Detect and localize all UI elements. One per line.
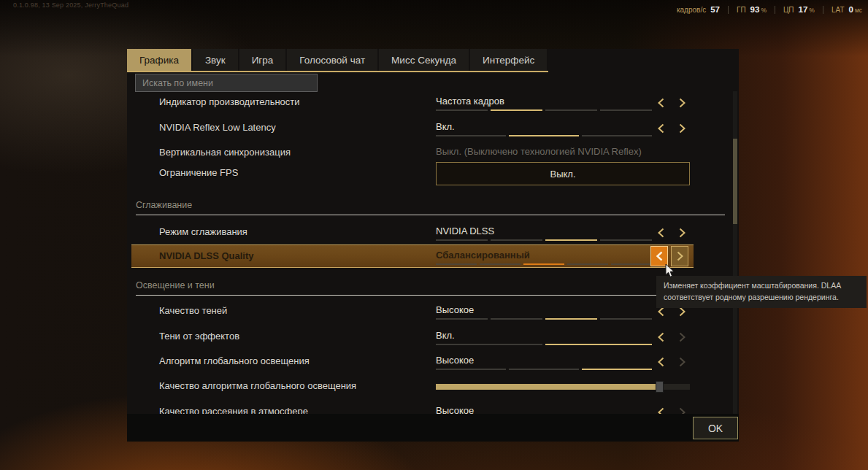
scrollbar-thumb[interactable] bbox=[733, 139, 737, 224]
setting-value: Сбалансированный bbox=[436, 250, 530, 261]
dlss-tooltip: Изменяет коэффициент масштабирования. DL… bbox=[656, 276, 867, 308]
option-segments bbox=[436, 109, 652, 111]
setting-row-performance-indicator[interactable]: Индикатор производительности Частота кад… bbox=[127, 91, 698, 115]
setting-row-gi-algorithm[interactable]: Алгоритм глобального освещения Высокое bbox=[127, 350, 698, 374]
setting-value: Частота кадров bbox=[436, 96, 504, 107]
setting-value: Высокое bbox=[436, 355, 474, 366]
setting-value: Вкл. bbox=[436, 121, 455, 132]
fps-limit-button[interactable]: Выкл. bbox=[436, 162, 690, 185]
setting-row-effect-shadows[interactable]: Тени от эффектов Вкл. bbox=[127, 325, 698, 349]
option-segments bbox=[436, 135, 652, 136]
next-arrow-icon[interactable] bbox=[676, 91, 688, 115]
divider bbox=[823, 6, 823, 14]
latency-stat: LAT 0 мс bbox=[831, 5, 862, 14]
setting-row-gi-quality: Качество алгоритма глобального освещения bbox=[127, 375, 698, 398]
prev-arrow-icon[interactable] bbox=[655, 221, 667, 244]
option-segments bbox=[436, 369, 652, 370]
tab-graphics[interactable]: Графика bbox=[127, 49, 191, 71]
setting-row-dlss-quality[interactable]: NVIDIA DLSS Quality Сбалансированный bbox=[131, 244, 694, 268]
game-settings-screen: 0.1.0.98, 13 Sep 2025, JerryTheQuad кадр… bbox=[0, 0, 868, 470]
option-segments bbox=[436, 263, 652, 265]
slider-fill bbox=[436, 384, 659, 390]
option-segments bbox=[436, 344, 652, 345]
setting-row-nvidia-reflex[interactable]: NVIDIA Reflex Low Latency Вкл. bbox=[127, 117, 698, 140]
setting-row-fps-limit: Ограничение FPS Выкл. bbox=[127, 162, 698, 185]
next-arrow-icon[interactable] bbox=[671, 246, 688, 266]
divider bbox=[775, 6, 775, 14]
cpu-stat: ЦП 17 % bbox=[783, 5, 815, 14]
prev-arrow-icon[interactable] bbox=[655, 117, 667, 140]
gi-quality-slider[interactable] bbox=[436, 384, 690, 390]
next-arrow-icon[interactable] bbox=[676, 117, 688, 140]
build-version-text: 0.1.0.98, 13 Sep 2025, JerryTheQuad bbox=[13, 1, 128, 9]
section-antialiasing: Сглаживание bbox=[136, 198, 725, 215]
ok-button[interactable]: OK bbox=[693, 417, 738, 439]
tab-interface[interactable]: Интерфейс bbox=[470, 49, 547, 71]
next-arrow-icon-disabled bbox=[676, 325, 688, 349]
tab-game[interactable]: Игра bbox=[239, 49, 286, 71]
panel-footer: OK bbox=[127, 414, 739, 442]
prev-arrow-icon[interactable] bbox=[655, 325, 667, 349]
performance-stats: кадров/с 57 ГП 93 % ЦП 17 % LAT 0 мс bbox=[677, 4, 862, 15]
next-arrow-icon[interactable] bbox=[676, 221, 688, 244]
next-arrow-icon-disabled bbox=[676, 350, 688, 374]
scrollbar-track[interactable] bbox=[733, 91, 737, 414]
section-lighting: Освещение и тени bbox=[136, 278, 725, 296]
prev-arrow-icon[interactable] bbox=[655, 350, 667, 374]
search-input[interactable] bbox=[135, 74, 318, 92]
prev-arrow-icon[interactable] bbox=[655, 91, 667, 115]
tab-miss-second[interactable]: Мисс Секунда bbox=[379, 49, 469, 71]
prev-arrow-icon[interactable] bbox=[650, 246, 668, 266]
setting-row-shadow-quality[interactable]: Качество теней Высокое bbox=[127, 300, 698, 323]
tab-sound[interactable]: Звук bbox=[193, 49, 238, 71]
divider bbox=[728, 6, 729, 14]
setting-row-aa-mode[interactable]: Режим сглаживания NVIDIA DLSS bbox=[127, 221, 698, 244]
option-segments bbox=[436, 239, 652, 241]
fps-stat: кадров/с 57 bbox=[677, 5, 720, 14]
option-segments bbox=[436, 318, 652, 320]
slider-handle[interactable] bbox=[656, 381, 664, 393]
setting-value: Вкл. bbox=[436, 330, 455, 341]
tab-voice-chat[interactable]: Голосовой чат bbox=[287, 49, 377, 71]
setting-value: NVIDIA DLSS bbox=[436, 226, 494, 236]
setting-value-disabled: Выкл. (Выключено технологией NVIDIA Refl… bbox=[436, 146, 642, 157]
settings-tabs: Графика Звук Игра Голосовой чат Мисс Сек… bbox=[127, 49, 548, 72]
gpu-stat: ГП 93 % bbox=[737, 5, 767, 14]
setting-value: Высокое bbox=[436, 304, 474, 315]
settings-panel: Графика Звук Игра Голосовой чат Мисс Сек… bbox=[127, 49, 739, 442]
